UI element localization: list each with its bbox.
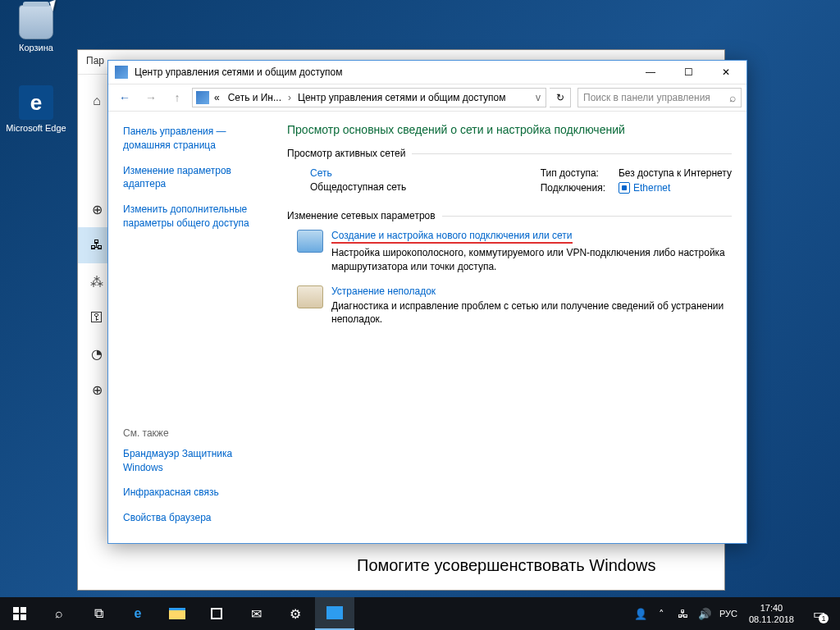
settings-feedback-heading: Помогите усовершенствовать Windows bbox=[357, 556, 655, 575]
network-name-link[interactable]: Сеть bbox=[310, 167, 529, 179]
maximize-button[interactable]: ☐ bbox=[669, 61, 707, 84]
task-new-connection: Создание и настройка нового подключения … bbox=[287, 230, 732, 274]
breadcrumb-current[interactable]: Центр управления сетями и общим доступом bbox=[294, 90, 509, 105]
settings-title-fragment: Пар bbox=[86, 55, 104, 66]
breadcrumb-prefix: « bbox=[211, 90, 223, 105]
connection-name: Ethernet bbox=[633, 182, 670, 194]
windows-logo-icon bbox=[13, 607, 26, 620]
connection-ethernet-link[interactable]: Ethernet bbox=[619, 182, 732, 194]
new-connection-icon bbox=[297, 230, 323, 253]
new-connection-desc: Настройка широкополосного, коммутируемог… bbox=[331, 246, 732, 274]
task-troubleshoot: Устранение неполадок Диагностика и испра… bbox=[287, 285, 732, 327]
taskbar-settings[interactable]: ⚙ bbox=[276, 597, 315, 630]
minimize-button[interactable]: — bbox=[632, 61, 669, 84]
recycle-bin-label: Корзина bbox=[5, 43, 67, 52]
sidebar-link-firewall[interactable]: Брандмауэр Защитника Windows bbox=[123, 447, 269, 475]
sidebar-link-advanced-sharing[interactable]: Изменить дополнительные параметры общего… bbox=[123, 203, 269, 231]
ethernet-icon bbox=[619, 182, 630, 194]
svg-rect-2 bbox=[13, 614, 19, 620]
troubleshoot-link[interactable]: Устранение неполадок bbox=[331, 285, 436, 297]
cp-main: Просмотр основных сведений о сети и наст… bbox=[279, 112, 746, 543]
address-bar: ← → ↑ « Сеть и Ин... › Центр управления … bbox=[108, 84, 746, 112]
svg-rect-3 bbox=[21, 614, 26, 620]
cp-title-icon bbox=[115, 66, 128, 79]
tray-people-icon[interactable]: 👤 bbox=[631, 597, 651, 630]
notification-badge: 1 bbox=[819, 614, 829, 623]
divider bbox=[442, 216, 732, 217]
taskbar-explorer[interactable] bbox=[158, 597, 197, 630]
breadcrumb[interactable]: « Сеть и Ин... › Центр управления сетями… bbox=[192, 88, 546, 107]
taskbar: ⌕ ⧉ e ✉ ⚙ 👤 ˄ 🖧 🔊 РУС 17:40 08.11.2018 ▭… bbox=[0, 597, 840, 630]
breadcrumb-network[interactable]: Сеть и Ин... bbox=[225, 90, 285, 105]
tray-time: 17:40 bbox=[749, 602, 794, 614]
sidebar-link-browser[interactable]: Свойства браузера bbox=[123, 511, 269, 525]
sidebar-seealso-heading: См. также bbox=[123, 427, 269, 439]
nav-forward-button[interactable]: → bbox=[139, 87, 162, 108]
tray-network-icon[interactable]: 🖧 bbox=[673, 597, 693, 630]
close-button[interactable]: ✕ bbox=[707, 61, 745, 84]
active-network-row: Сеть Общедоступная сеть Тип доступа: Без… bbox=[287, 167, 732, 194]
cp-title: Центр управления сетями и общим доступом bbox=[135, 66, 632, 78]
tray-notifications[interactable]: ▭ 1 bbox=[802, 597, 835, 630]
chevron-down-icon[interactable]: v bbox=[534, 92, 542, 103]
tray-date: 08.11.2018 bbox=[749, 614, 794, 625]
edge-label: Microsoft Edge bbox=[5, 123, 67, 133]
chevron-right-icon: › bbox=[286, 92, 293, 103]
nav-back-button[interactable]: ← bbox=[113, 87, 136, 108]
change-settings-heading: Изменение сетевых параметров bbox=[287, 210, 436, 221]
cp-sidebar: Панель управления — домашняя страница Из… bbox=[108, 112, 279, 543]
tray-chevron-up-icon[interactable]: ˄ bbox=[652, 597, 672, 630]
edge-icon bbox=[19, 85, 53, 120]
taskbar-store[interactable] bbox=[197, 597, 236, 630]
network-type-label: Общедоступная сеть bbox=[310, 181, 529, 193]
divider bbox=[412, 153, 732, 154]
svg-rect-1 bbox=[21, 607, 26, 613]
page-heading: Просмотр основных сведений о сети и наст… bbox=[287, 123, 732, 136]
access-type-label: Тип доступа: bbox=[541, 167, 605, 179]
access-type-value: Без доступа к Интернету bbox=[619, 167, 732, 179]
nav-up-button[interactable]: ↑ bbox=[166, 87, 189, 108]
new-connection-link[interactable]: Создание и настройка нового подключения … bbox=[331, 230, 573, 244]
taskbar-edge[interactable]: e bbox=[118, 597, 158, 630]
tray-language[interactable]: РУС bbox=[716, 597, 741, 630]
system-tray: 👤 ˄ 🖧 🔊 РУС 17:40 08.11.2018 ▭ 1 bbox=[631, 597, 840, 630]
troubleshoot-icon bbox=[297, 285, 323, 308]
recycle-bin-icon bbox=[19, 5, 53, 39]
connections-label: Подключения: bbox=[541, 182, 605, 194]
desktop-recycle-bin[interactable]: Корзина bbox=[5, 5, 67, 52]
troubleshoot-desc: Диагностика и исправление проблем с сеть… bbox=[331, 299, 732, 327]
taskbar-control-panel[interactable] bbox=[315, 597, 354, 630]
refresh-button[interactable]: ↻ bbox=[550, 88, 571, 107]
tray-clock[interactable]: 17:40 08.11.2018 bbox=[742, 602, 801, 626]
cp-search-input[interactable]: Поиск в панели управления bbox=[578, 88, 742, 107]
active-networks-heading: Просмотр активных сетей bbox=[287, 148, 405, 159]
sidebar-link-adapter-settings[interactable]: Изменение параметров адаптера bbox=[123, 164, 269, 192]
start-button[interactable] bbox=[0, 597, 39, 630]
network-sharing-center-window: Центр управления сетями и общим доступом… bbox=[107, 60, 747, 544]
taskbar-mail[interactable]: ✉ bbox=[236, 597, 276, 630]
breadcrumb-icon bbox=[196, 91, 209, 104]
svg-rect-0 bbox=[13, 607, 19, 613]
tray-volume-icon[interactable]: 🔊 bbox=[695, 597, 714, 630]
taskbar-search-button[interactable]: ⌕ bbox=[39, 597, 79, 630]
cp-titlebar[interactable]: Центр управления сетями и общим доступом… bbox=[108, 61, 746, 84]
taskbar-taskview-button[interactable]: ⧉ bbox=[79, 597, 118, 630]
sidebar-link-infrared[interactable]: Инфракрасная связь bbox=[123, 486, 269, 500]
desktop-edge[interactable]: Microsoft Edge bbox=[5, 85, 67, 133]
sidebar-link-home[interactable]: Панель управления — домашняя страница bbox=[123, 125, 269, 153]
